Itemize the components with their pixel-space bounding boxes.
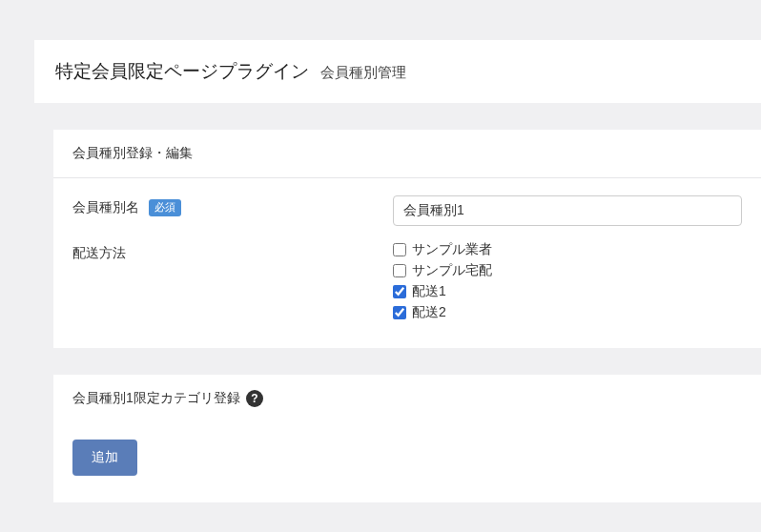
delivery-option-checkbox[interactable] xyxy=(393,264,406,277)
required-badge: 必須 xyxy=(149,199,181,215)
help-icon[interactable]: ? xyxy=(246,390,263,407)
delivery-option-label: 配送2 xyxy=(412,304,446,321)
delivery-option-label: サンプル業者 xyxy=(412,241,492,258)
page-title: 特定会員限定ページプラグイン xyxy=(55,61,309,81)
delivery-option-checkbox[interactable] xyxy=(393,306,406,319)
delivery-option[interactable]: サンプル宅配 xyxy=(393,262,742,279)
category-section-heading: 会員種別1限定カテゴリ登録 xyxy=(72,390,240,407)
delivery-method-label: 配送方法 xyxy=(72,245,126,262)
delivery-option-checkbox[interactable] xyxy=(393,243,406,256)
member-type-name-row: 会員種別名 必須 xyxy=(72,195,742,226)
delivery-option-label: サンプル宅配 xyxy=(412,262,492,279)
edit-section-heading: 会員種別登録・編集 xyxy=(53,130,761,178)
delivery-option[interactable]: サンプル業者 xyxy=(393,241,742,258)
page-header: 特定会員限定ページプラグイン 会員種別管理 xyxy=(34,40,761,103)
member-type-name-input[interactable] xyxy=(393,195,742,226)
delivery-method-row: 配送方法 サンプル業者サンプル宅配配送1配送2 xyxy=(72,241,742,321)
delivery-option-label: 配送1 xyxy=(412,283,446,300)
member-type-name-label: 会員種別名 xyxy=(72,199,139,216)
edit-section: 会員種別登録・編集 会員種別名 必須 配送方法 サンプル業者サンプル宅配配送1配… xyxy=(53,130,761,348)
add-button[interactable]: 追加 xyxy=(72,440,137,476)
category-section: 会員種別1限定カテゴリ登録 ? 追加 xyxy=(53,375,761,502)
delivery-option-checkbox[interactable] xyxy=(393,285,406,298)
delivery-option[interactable]: 配送1 xyxy=(393,283,742,300)
delivery-option[interactable]: 配送2 xyxy=(393,304,742,321)
page-subtitle: 会員種別管理 xyxy=(320,64,406,80)
